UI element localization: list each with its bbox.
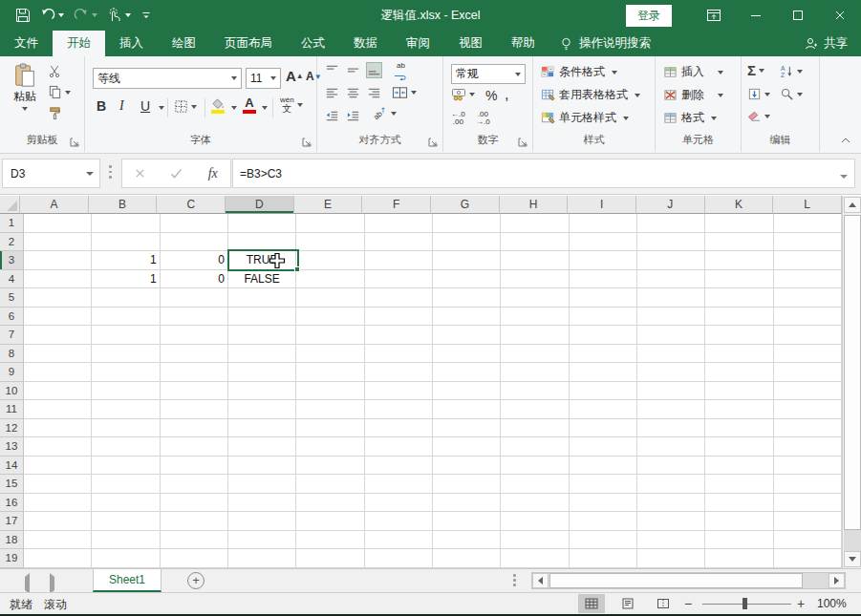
cell-K12[interactable] xyxy=(705,419,773,438)
cell-G18[interactable] xyxy=(433,531,501,550)
cell-G15[interactable] xyxy=(433,475,501,494)
underline-button[interactable]: U xyxy=(140,98,150,114)
cell-K10[interactable] xyxy=(705,382,773,401)
cell-D2[interactable] xyxy=(228,233,296,252)
cell-C14[interactable] xyxy=(161,457,228,476)
cell-K1[interactable] xyxy=(705,214,773,233)
font-dialog-launcher[interactable] xyxy=(302,137,313,148)
formula-bar-drag-dots[interactable] xyxy=(109,165,112,179)
cell-G6[interactable] xyxy=(433,308,501,327)
cell-B10[interactable] xyxy=(92,382,160,401)
cell-A11[interactable] xyxy=(24,400,92,419)
row-header-12[interactable]: 12 xyxy=(0,419,24,438)
cell-F2[interactable] xyxy=(365,233,433,252)
alignment-dialog-launcher[interactable] xyxy=(428,137,440,148)
cell-E5[interactable] xyxy=(296,288,364,308)
cell-C3[interactable]: 0 xyxy=(161,251,228,270)
cell-K8[interactable] xyxy=(705,345,773,364)
page-layout-view-button[interactable] xyxy=(614,594,641,613)
autosum-button[interactable]: Σ xyxy=(747,62,764,78)
undo-button[interactable] xyxy=(36,3,68,28)
row-header-7[interactable]: 7 xyxy=(0,326,24,345)
cell-J7[interactable] xyxy=(637,326,705,345)
cell-I9[interactable] xyxy=(570,363,637,382)
column-header-G[interactable]: G xyxy=(431,196,500,214)
share-button[interactable]: 共享 xyxy=(804,31,848,56)
cell-C19[interactable] xyxy=(161,549,228,568)
cell-A7[interactable] xyxy=(24,326,92,345)
tab-帮助[interactable]: 帮助 xyxy=(497,31,549,56)
row-header-4[interactable]: 4 xyxy=(0,270,24,289)
cell-F11[interactable] xyxy=(365,400,433,419)
cell-A14[interactable] xyxy=(24,457,92,476)
cell-J19[interactable] xyxy=(637,549,705,568)
cell-C5[interactable] xyxy=(161,288,228,308)
cell-E12[interactable] xyxy=(296,419,364,438)
cell-I17[interactable] xyxy=(570,512,637,531)
formula-input[interactable]: =B3>C3 xyxy=(232,159,855,188)
cell-D14[interactable] xyxy=(228,457,296,476)
cell-I12[interactable] xyxy=(570,419,637,438)
cell-F1[interactable] xyxy=(365,214,433,233)
cell-F14[interactable] xyxy=(365,457,433,476)
clear-button[interactable] xyxy=(747,111,770,122)
fill-color-button[interactable] xyxy=(210,98,226,114)
cell-B8[interactable] xyxy=(92,345,160,364)
cell-L11[interactable] xyxy=(774,400,842,419)
cell-G1[interactable] xyxy=(433,214,501,233)
cell-H2[interactable] xyxy=(501,233,569,252)
row-header-5[interactable]: 5 xyxy=(0,288,24,308)
horizontal-scrollbar[interactable] xyxy=(531,572,846,589)
cell-A15[interactable] xyxy=(24,475,92,494)
cut-button[interactable] xyxy=(48,64,62,78)
percent-style-button[interactable]: % xyxy=(485,88,497,103)
cell-K4[interactable] xyxy=(705,270,773,289)
tab-数据[interactable]: 数据 xyxy=(339,31,392,56)
page-break-view-button[interactable] xyxy=(650,594,677,613)
phonetic-caret[interactable] xyxy=(297,103,303,107)
cell-E15[interactable] xyxy=(296,475,364,494)
cell-B12[interactable] xyxy=(92,419,160,438)
cell-A10[interactable] xyxy=(24,382,92,401)
cell-C13[interactable] xyxy=(161,437,228,457)
row-header-9[interactable]: 9 xyxy=(0,363,24,382)
cell-B17[interactable] xyxy=(92,512,160,531)
find-caret[interactable] xyxy=(797,93,803,96)
name-box-caret[interactable] xyxy=(86,172,94,176)
scroll-right-button[interactable] xyxy=(829,573,845,588)
sort-filter-button[interactable]: AZ xyxy=(780,64,803,78)
new-sheet-button[interactable]: + xyxy=(187,572,204,589)
cell-I13[interactable] xyxy=(570,437,637,457)
row-header-8[interactable]: 8 xyxy=(0,345,24,364)
cell-B15[interactable] xyxy=(92,475,160,494)
cell-H9[interactable] xyxy=(501,363,569,382)
zoom-slider-thumb[interactable] xyxy=(743,598,747,609)
cell-L9[interactable] xyxy=(774,363,842,382)
insert-cells-button[interactable]: 插入 xyxy=(663,64,723,80)
cell-D3[interactable]: TRUE xyxy=(228,251,296,270)
cell-D10[interactable] xyxy=(228,382,296,401)
cell-J4[interactable] xyxy=(637,270,705,289)
cell-L14[interactable] xyxy=(774,457,842,476)
cell-G11[interactable] xyxy=(433,400,501,419)
cell-G13[interactable] xyxy=(433,437,501,457)
cell-E6[interactable] xyxy=(296,308,364,327)
borders-caret[interactable] xyxy=(191,105,197,109)
cell-D18[interactable] xyxy=(228,531,296,550)
cell-G12[interactable] xyxy=(433,419,501,438)
cell-I15[interactable] xyxy=(570,475,637,494)
cell-F18[interactable] xyxy=(365,531,433,550)
format-cells-button[interactable]: 格式 xyxy=(663,110,717,126)
cell-A4[interactable] xyxy=(24,270,92,289)
cell-F15[interactable] xyxy=(365,475,433,494)
cell-C9[interactable] xyxy=(161,363,228,382)
cell-I6[interactable] xyxy=(570,308,637,327)
cell-J1[interactable] xyxy=(637,214,705,233)
cell-A17[interactable] xyxy=(24,512,92,531)
clear-caret[interactable] xyxy=(764,115,770,118)
cell-G4[interactable] xyxy=(433,270,501,289)
horizontal-scroll-thumb[interactable] xyxy=(549,573,803,588)
cell-I2[interactable] xyxy=(570,233,637,252)
column-header-C[interactable]: C xyxy=(157,196,226,214)
row-header-11[interactable]: 11 xyxy=(0,400,24,419)
